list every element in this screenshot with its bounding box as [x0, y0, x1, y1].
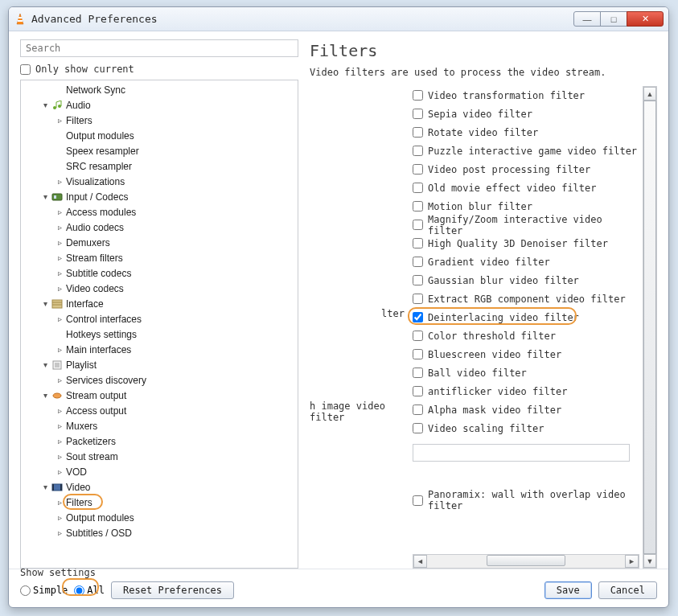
filter-check-video-transformation-filter[interactable]: Video transformation filter	[413, 86, 639, 105]
filter-checkbox[interactable]	[413, 238, 423, 248]
tree-item-control-interfaces[interactable]: ▹Control interfaces	[21, 311, 298, 326]
collapse-icon[interactable]: ▹	[55, 116, 64, 125]
collapse-icon[interactable]: ▹	[55, 421, 64, 430]
filter-checkbox[interactable]	[413, 331, 423, 341]
scroll-left-arrow[interactable]: ◄	[413, 555, 427, 568]
collapse-icon[interactable]: ▹	[55, 269, 64, 277]
filter-checkbox[interactable]	[413, 90, 423, 101]
filter-check-sepia-video-filter[interactable]: Sepia video filter	[413, 105, 639, 123]
tree-item-playlist[interactable]: ▾Playlist	[21, 357, 298, 372]
only-show-current[interactable]: Only show current	[20, 64, 298, 75]
tree-item-src-resampler[interactable]: SRC resampler	[21, 158, 298, 174]
filter-checkbox[interactable]	[413, 423, 423, 433]
tree-item-subtitles-osd[interactable]: ▹Subtitles / OSD	[21, 525, 298, 540]
filter-checkbox[interactable]	[413, 109, 423, 119]
radio-simple-input[interactable]	[20, 585, 31, 596]
collapse-icon[interactable]: ▹	[55, 345, 64, 354]
scroll-track[interactable]	[427, 555, 625, 568]
collapse-icon[interactable]: ▹	[55, 253, 64, 262]
panoramix-row[interactable]: Panoramix: wall with overlap video filte…	[413, 489, 639, 511]
collapse-icon[interactable]: ▹	[55, 437, 64, 446]
tree-item-output-modules[interactable]: Output modules	[21, 128, 298, 143]
filter-check-old-movie-effect-video-filter[interactable]: Old movie effect video filter	[413, 179, 639, 197]
filter-check-video-post-processing-filter[interactable]: Video post processing filter	[413, 160, 639, 179]
tree-item-speex-resampler[interactable]: Speex resampler	[21, 143, 298, 158]
scroll-thumb[interactable]	[487, 555, 565, 566]
filter-check-antiflicker-video-filter[interactable]: antiflicker video filter	[413, 382, 639, 400]
filter-checkbox[interactable]	[413, 257, 423, 267]
expand-icon[interactable]: ▾	[40, 483, 50, 491]
scroll-up-arrow[interactable]: ▲	[643, 87, 656, 101]
tree-item-output-modules[interactable]: ▹Output modules	[21, 510, 298, 525]
collapse-icon[interactable]: ▹	[55, 177, 64, 186]
cancel-button[interactable]: Cancel	[598, 581, 657, 599]
collapse-icon[interactable]: ▹	[55, 467, 64, 476]
filter-check-bluescreen-video-filter[interactable]: Bluescreen video filter	[413, 345, 639, 363]
only-show-current-checkbox[interactable]	[20, 64, 31, 75]
tree-item-muxers[interactable]: ▹Muxers	[21, 418, 298, 433]
filter-checkbox[interactable]	[413, 368, 423, 378]
tree-item-sout-stream[interactable]: ▹Sout stream	[21, 449, 298, 464]
radio-simple[interactable]: Simple	[20, 585, 68, 596]
collapse-icon[interactable]: ▹	[55, 452, 64, 461]
collapse-icon[interactable]: ▹	[55, 513, 64, 522]
panoramix-checkbox[interactable]	[413, 495, 423, 506]
horizontal-scrollbar[interactable]: ◄ ►	[413, 554, 639, 569]
filter-check-gradient-video-filter[interactable]: Gradient video filter	[413, 253, 639, 271]
filter-checkbox[interactable]	[413, 146, 423, 156]
tree-item-main-interfaces[interactable]: ▹Main interfaces	[21, 342, 298, 357]
filter-checkbox[interactable]	[413, 275, 423, 285]
titlebar[interactable]: Advanced Preferences — □ ✕	[9, 7, 668, 31]
minimize-button[interactable]: —	[573, 11, 601, 27]
tree-item-visualizations[interactable]: ▹Visualizations	[21, 174, 298, 189]
tree-item-stream-output[interactable]: ▾Stream output	[21, 388, 298, 403]
filter-checkbox[interactable]	[413, 312, 423, 322]
maximize-button[interactable]: □	[600, 11, 627, 27]
filter-check-gaussian-blur-video-filter[interactable]: Gaussian blur video filter	[413, 271, 639, 290]
filter-checkbox[interactable]	[413, 220, 423, 230]
filter-checkbox[interactable]	[413, 405, 423, 415]
tree-item-subtitle-codecs[interactable]: ▹Subtitle codecs	[21, 265, 298, 281]
tree-item-packetizers[interactable]: ▹Packetizers	[21, 433, 298, 449]
radio-all-input[interactable]	[74, 585, 84, 596]
vscroll-track[interactable]	[643, 101, 656, 554]
tree-item-access-modules[interactable]: ▹Access modules	[21, 204, 298, 220]
filter-checkbox[interactable]	[413, 127, 423, 138]
tree-item-interface[interactable]: ▾Interface	[21, 296, 298, 311]
collapse-icon[interactable]: ▹	[55, 376, 64, 384]
tree-item-video[interactable]: ▾Video	[21, 479, 298, 495]
tree-item-audio-codecs[interactable]: ▹Audio codecs	[21, 220, 298, 235]
filter-check-deinterlacing-video-filter[interactable]: Deinterlacing video filter	[413, 308, 639, 326]
collapse-icon[interactable]: ▹	[55, 284, 64, 293]
collapse-icon[interactable]: ▹	[55, 207, 64, 216]
filter-check-puzzle-interactive-game-video-filter[interactable]: Puzzle interactive game video filter	[413, 142, 639, 160]
scroll-down-arrow[interactable]: ▼	[643, 554, 656, 568]
collapse-icon[interactable]: ▹	[55, 528, 64, 537]
tree-item-video-codecs[interactable]: ▹Video codecs	[21, 281, 298, 296]
filter-check-video-scaling-filter[interactable]: Video scaling filter	[413, 419, 639, 437]
tree-item-access-output[interactable]: ▹Access output	[21, 403, 298, 418]
filter-check-alpha-mask-video-filter[interactable]: Alpha mask video filter	[413, 400, 639, 419]
filter-check-high-quality-3d-denoiser-filter[interactable]: High Quality 3D Denoiser filter	[413, 234, 639, 253]
tree-item-filters[interactable]: ▹Filters	[21, 495, 298, 510]
tree-item-network-sync[interactable]: Network Sync	[21, 82, 298, 97]
search-input[interactable]	[20, 39, 298, 57]
collapse-icon[interactable]: ▹	[55, 406, 64, 415]
filter-checkbox[interactable]	[413, 201, 423, 211]
filter-text-input[interactable]	[413, 444, 630, 462]
filter-checkbox[interactable]	[413, 294, 423, 304]
tree-item-services-discovery[interactable]: ▹Services discovery	[21, 372, 298, 388]
tree-item-filters[interactable]: ▹Filters	[21, 113, 298, 128]
expand-icon[interactable]: ▾	[40, 360, 50, 369]
filter-checkbox[interactable]	[413, 386, 423, 396]
save-button[interactable]: Save	[544, 581, 592, 599]
filter-check-rotate-video-filter[interactable]: Rotate video filter	[413, 123, 639, 142]
preferences-tree[interactable]: Network Sync▾Audio▹FiltersOutput modules…	[20, 80, 298, 569]
tree-item-audio[interactable]: ▾Audio	[21, 97, 298, 113]
close-button[interactable]: ✕	[627, 11, 664, 27]
radio-all[interactable]: All	[74, 585, 105, 596]
expand-icon[interactable]: ▾	[40, 299, 50, 308]
filter-checkbox[interactable]	[413, 183, 423, 193]
collapse-icon[interactable]: ▹	[55, 238, 64, 247]
scroll-right-arrow[interactable]: ►	[625, 555, 639, 568]
